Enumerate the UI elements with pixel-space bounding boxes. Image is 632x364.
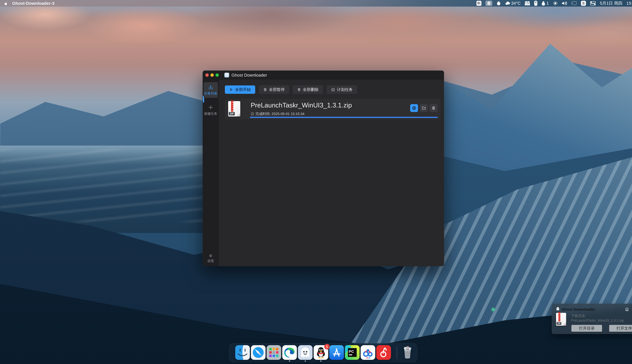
sync-icon bbox=[412, 106, 416, 110]
dock-safari[interactable] bbox=[251, 345, 266, 360]
dock-edge[interactable] bbox=[282, 345, 297, 360]
download-complete-notification: Ghost Downloader ZIP 下载完成: PreLaunchTask… bbox=[552, 304, 632, 334]
sidebar-item-task-list[interactable]: 任务列表 bbox=[204, 82, 218, 98]
qq-menubar-item[interactable]: 1 bbox=[541, 1, 549, 6]
keyboard-stack-icon[interactable] bbox=[524, 1, 530, 6]
pause-all-button[interactable]: 全部暂停 bbox=[259, 86, 289, 94]
sidebar-item-label: 设置 bbox=[208, 259, 214, 263]
brightness-icon[interactable] bbox=[553, 1, 558, 6]
plus-icon bbox=[208, 105, 214, 110]
notification-app-name: Ghost Downloader bbox=[562, 307, 595, 312]
pause-all-label: 全部暂停 bbox=[269, 87, 285, 92]
task-status-label: 完成时间: 2025-05-01 15:15:34 bbox=[256, 112, 304, 116]
sidebar-item-new-task[interactable]: 新建任务 bbox=[204, 102, 218, 117]
start-all-label: 全部开始 bbox=[235, 87, 251, 92]
proxy-app-icon[interactable]: S bbox=[581, 1, 586, 6]
dock-app-store[interactable] bbox=[329, 345, 344, 360]
dock-ghost-downloader[interactable] bbox=[298, 345, 312, 360]
ghost-downloader-window: Ghost Downloader 任务列表 新建任务 设置 全部开始 bbox=[202, 70, 444, 266]
pause-icon bbox=[264, 88, 267, 92]
zip-file-icon: ZIP bbox=[228, 101, 240, 116]
trash-icon bbox=[297, 88, 301, 92]
folder-icon bbox=[422, 106, 426, 110]
qq-count-label: 1 bbox=[546, 1, 549, 6]
zip-type-label: ZIP bbox=[229, 112, 235, 116]
trash-icon bbox=[432, 106, 436, 110]
zipper-pull bbox=[558, 313, 560, 315]
notification-message: 下载完成: bbox=[571, 314, 586, 318]
pomodoro-icon[interactable] bbox=[496, 1, 501, 6]
zoom-window-button[interactable] bbox=[216, 74, 219, 77]
temperature-label: 34°C bbox=[511, 1, 521, 6]
ghost-downloader-menubar-icon[interactable] bbox=[486, 1, 492, 6]
screen-mirroring-icon[interactable] bbox=[571, 1, 577, 6]
task-status: 完成时间: 2025-05-01 15:15:34 bbox=[251, 112, 304, 116]
control-center-icon[interactable] bbox=[590, 1, 596, 6]
dock-launchpad[interactable] bbox=[266, 345, 281, 360]
calendar-tasks-icon bbox=[331, 88, 335, 92]
sidebar-item-settings[interactable]: 设置 bbox=[204, 252, 218, 263]
scheduled-tasks-label: 计划任务 bbox=[337, 87, 353, 92]
sidebar: 任务列表 新建任务 设置 bbox=[202, 80, 219, 266]
ghost-icon bbox=[556, 307, 560, 311]
task-actions bbox=[410, 104, 438, 112]
start-all-button[interactable]: 全部开始 bbox=[225, 86, 255, 94]
open-folder-button[interactable] bbox=[420, 104, 428, 112]
delete-task-button[interactable] bbox=[430, 104, 438, 112]
volume-icon[interactable] bbox=[562, 1, 567, 6]
input-method-icon[interactable]: 中 bbox=[476, 1, 482, 6]
delete-all-button[interactable]: 全部删除 bbox=[293, 86, 323, 94]
dock-qq[interactable]: 1 bbox=[314, 345, 328, 360]
dock-trash[interactable] bbox=[400, 345, 414, 360]
dock-netease-music[interactable] bbox=[376, 345, 391, 360]
play-icon bbox=[229, 88, 233, 92]
download-icon bbox=[208, 85, 213, 90]
menu-bar: Ghost-Downloader-3 中 34°C 1 bbox=[0, 0, 632, 6]
zipper-strip bbox=[231, 100, 233, 112]
page-fold bbox=[237, 113, 240, 116]
minimize-window-button[interactable] bbox=[210, 74, 214, 77]
desktop: Ghost-Downloader-3 中 34°C 1 bbox=[0, 0, 632, 364]
dock-pycharm[interactable]: PC bbox=[345, 345, 360, 360]
notification-filename: PreLaunchTaskr_WinUI3_1.3.1.zip bbox=[571, 319, 624, 322]
menubar-clock[interactable]: 15:15:37 bbox=[626, 1, 632, 6]
window-title: Ghost Downloader bbox=[232, 73, 267, 78]
zip-file-icon: ZIP bbox=[556, 313, 566, 326]
qq-notification-badge: 1 bbox=[324, 344, 330, 350]
apple-logo-icon[interactable] bbox=[4, 1, 8, 6]
wallpaper-layer bbox=[0, 149, 220, 222]
window-titlebar: Ghost Downloader bbox=[202, 70, 444, 80]
download-task-card[interactable]: ZIP PreLaunchTaskr_WinUI3_1.3.1.zip 完成时间… bbox=[225, 99, 441, 119]
redownload-button[interactable] bbox=[410, 104, 418, 112]
dock-baidu-netdisk[interactable] bbox=[360, 345, 375, 360]
weather-item[interactable]: 34°C bbox=[505, 1, 521, 6]
menubar-app-name[interactable]: Ghost-Downloader-3 bbox=[12, 1, 54, 6]
dock-finder[interactable] bbox=[235, 345, 250, 360]
wallpaper-green-dot bbox=[491, 308, 496, 312]
dock: 1 PC bbox=[229, 343, 417, 362]
toolbar: 全部开始 全部暂停 全部删除 计划任务 bbox=[225, 86, 357, 94]
scheduled-tasks-button[interactable]: 计划任务 bbox=[327, 86, 357, 94]
menu-bar-status: 中 34°C 1 bbox=[476, 0, 632, 6]
sidebar-item-label: 任务列表 bbox=[204, 91, 217, 96]
gear-icon bbox=[208, 254, 213, 258]
dock-divider bbox=[397, 346, 397, 359]
task-progress-bar bbox=[250, 117, 438, 118]
info-icon bbox=[251, 112, 254, 116]
mouse-icon[interactable] bbox=[534, 1, 537, 6]
task-list-view: 全部开始 全部暂停 全部删除 计划任务 bbox=[219, 80, 444, 266]
menu-bar-left: Ghost-Downloader-3 bbox=[4, 1, 54, 6]
open-file-button[interactable]: 打开文件 bbox=[609, 325, 632, 332]
page-fold bbox=[563, 322, 566, 326]
menubar-date[interactable]: 5月1日 周四 bbox=[600, 0, 622, 6]
sidebar-item-label: 新建任务 bbox=[204, 112, 217, 116]
task-filename: PreLaunchTaskr_WinUI3_1.3.1.zip bbox=[251, 101, 352, 109]
home-button[interactable] bbox=[625, 307, 629, 312]
zipper-strip bbox=[558, 312, 560, 322]
close-window-button[interactable] bbox=[206, 74, 209, 77]
home-icon bbox=[625, 307, 629, 312]
svg-text:PC: PC bbox=[349, 349, 354, 354]
open-directory-button[interactable]: 打开目录 bbox=[571, 325, 602, 332]
window-app-icon bbox=[224, 73, 229, 78]
zipper-pull bbox=[231, 101, 233, 103]
